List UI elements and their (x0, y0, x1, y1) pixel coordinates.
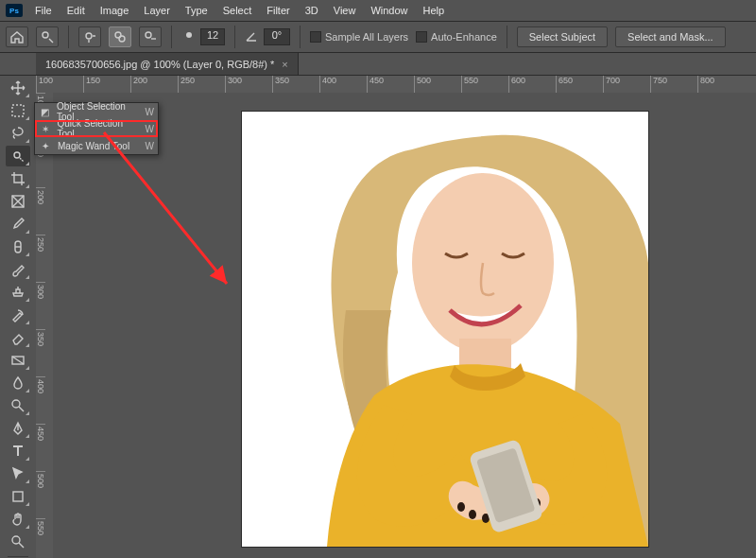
document-tab-bar: 1606835700656.jpg @ 100% (Layer 0, RGB/8… (0, 53, 756, 76)
ruler-tick: 200 (130, 76, 178, 93)
zoom-tool-icon[interactable] (6, 532, 30, 552)
eyedropper-tool-icon[interactable] (6, 214, 30, 235)
document-tab-title: 1606835700656.jpg @ 100% (Layer 0, RGB/8… (45, 59, 274, 70)
ruler-tick: 400 (319, 76, 367, 93)
menu-edit[interactable]: Edit (60, 5, 92, 16)
sample-all-layers-checkbox[interactable]: Sample All Layers (310, 31, 408, 43)
auto-enhance-checkbox[interactable]: Auto-Enhance (416, 31, 497, 43)
menu-image[interactable]: Image (94, 5, 136, 16)
ruler-tick: 800 (697, 76, 745, 93)
menu-select[interactable]: Select (216, 5, 259, 16)
frame-tool-icon[interactable] (6, 191, 30, 212)
ruler-tick: 650 (556, 76, 603, 93)
pen-tool-icon[interactable] (6, 418, 30, 439)
menu-bar: Ps File Edit Image Layer Type Select Fil… (0, 0, 756, 21)
photoshop-app-icon: Ps (6, 4, 23, 17)
quick-selection-tool-icon[interactable] (6, 146, 30, 166)
menu-type[interactable]: Type (179, 5, 215, 16)
ruler-tick: 500 (36, 471, 45, 518)
magic-wand-icon: ✦ (39, 141, 52, 151)
tool-panel: ⋯ (4, 76, 32, 558)
subtract-selection-icon[interactable] (139, 26, 162, 47)
svg-point-0 (43, 32, 48, 38)
separator (507, 26, 507, 48)
ruler-tick: 400 (36, 376, 45, 424)
menu-view[interactable]: View (327, 5, 363, 16)
svg-point-13 (12, 536, 20, 544)
flyout-magic-wand[interactable]: ✦ Magic Wand Tool W (35, 137, 158, 154)
brush-dot-icon (181, 29, 197, 44)
move-tool-icon[interactable] (6, 78, 30, 98)
separator (234, 26, 235, 48)
svg-point-1 (86, 33, 92, 39)
svg-point-5 (186, 32, 192, 38)
ruler-horizontal[interactable]: 100 150 200 250 300 350 400 450 500 550 … (36, 76, 756, 93)
document-canvas[interactable] (242, 112, 648, 547)
auto-enhance-label: Auto-Enhance (431, 31, 497, 43)
new-selection-icon[interactable] (78, 26, 101, 47)
options-bar: 12 0° Sample All Layers Auto-Enhance Sel… (0, 21, 756, 53)
ruler-tick: 250 (36, 235, 45, 282)
checkbox-icon (310, 31, 321, 43)
quick-selection-icon: ✶ (39, 124, 51, 134)
svg-point-11 (12, 400, 20, 408)
path-selection-tool-icon[interactable] (6, 463, 30, 484)
ruler-tick: 550 (36, 518, 45, 558)
brush-tool-icon[interactable] (6, 259, 30, 280)
flyout-quick-selection[interactable]: ✶ Quick Selection Tool W (35, 120, 158, 137)
flyout-item-label: Magic Wand Tool (58, 141, 129, 151)
home-icon[interactable] (6, 26, 28, 47)
document-tab[interactable]: 1606835700656.jpg @ 100% (Layer 0, RGB/8… (36, 53, 299, 75)
healing-brush-tool-icon[interactable] (6, 236, 30, 257)
ruler-tick: 450 (36, 424, 45, 471)
angle-icon (245, 29, 260, 44)
shortcut-key: W (146, 141, 154, 151)
brush-picker[interactable]: 12 (181, 28, 225, 45)
select-subject-button[interactable]: Select Subject (517, 26, 608, 47)
menu-3d[interactable]: 3D (299, 5, 325, 16)
angle-value: 0° (264, 28, 290, 45)
checkbox-icon (416, 31, 427, 43)
svg-rect-6 (12, 105, 24, 116)
add-selection-icon[interactable] (109, 26, 131, 47)
menu-file[interactable]: File (28, 5, 59, 16)
menu-window[interactable]: Window (364, 5, 414, 16)
ruler-tick: 200 (36, 187, 45, 235)
separator (171, 26, 172, 48)
ruler-vertical[interactable]: 100 150 200 250 300 350 400 450 500 550 (36, 93, 53, 558)
dodge-tool-icon[interactable] (6, 395, 30, 416)
ruler-tick: 450 (367, 76, 414, 93)
ruler-tick: 350 (272, 76, 319, 93)
object-selection-icon: ◩ (39, 107, 51, 117)
menu-layer[interactable]: Layer (137, 5, 177, 16)
ruler-tick: 600 (508, 76, 556, 93)
ruler-tick: 350 (36, 329, 45, 376)
clone-stamp-tool-icon[interactable] (6, 282, 30, 303)
gradient-tool-icon[interactable] (6, 350, 30, 371)
svg-point-3 (119, 36, 125, 42)
shape-tool-icon[interactable] (6, 486, 30, 507)
ruler-tick: 150 (83, 76, 130, 93)
tool-preset-icon[interactable] (36, 26, 59, 47)
angle-control[interactable]: 0° (245, 28, 290, 45)
history-brush-tool-icon[interactable] (6, 305, 30, 325)
crop-tool-icon[interactable] (6, 168, 30, 189)
close-icon[interactable]: × (282, 59, 287, 70)
ruler-tick: 500 (414, 76, 461, 93)
eraser-tool-icon[interactable] (6, 327, 30, 348)
hand-tool-icon[interactable] (6, 509, 30, 530)
marquee-tool-icon[interactable] (6, 100, 30, 121)
menu-help[interactable]: Help (417, 5, 452, 16)
separator (300, 26, 301, 48)
menu-filter[interactable]: Filter (260, 5, 296, 16)
ruler-tick: 100 (36, 76, 83, 93)
separator (68, 26, 69, 48)
brush-size-value: 12 (200, 28, 225, 45)
blur-tool-icon[interactable] (6, 373, 30, 393)
svg-point-4 (146, 32, 151, 38)
lasso-tool-icon[interactable] (6, 123, 30, 144)
select-and-mask-button[interactable]: Select and Mask... (615, 26, 726, 47)
type-tool-icon[interactable] (6, 441, 30, 462)
canvas-area[interactable] (53, 93, 756, 558)
ruler-tick: 700 (603, 76, 650, 93)
